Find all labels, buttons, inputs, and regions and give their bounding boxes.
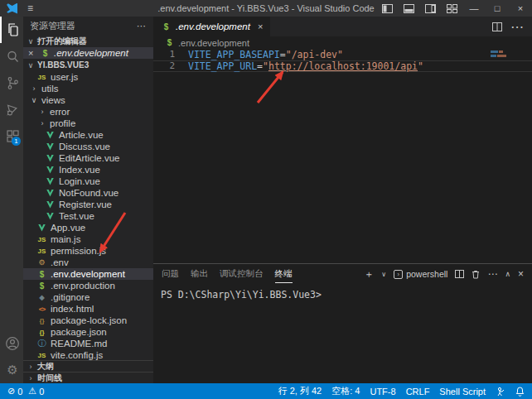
tree-item[interactable]: › profile	[23, 118, 153, 129]
editor-group: $ .env.development × ⋯ $ .env.developmen…	[153, 17, 532, 383]
minimize-button[interactable]: —	[462, 0, 486, 17]
tree-item[interactable]: Discuss.vue	[23, 141, 153, 152]
tree-item[interactable]: › error	[23, 106, 153, 118]
status-item[interactable]: CRLF	[406, 387, 430, 397]
outline-section-header[interactable]: › 大纲	[23, 360, 153, 372]
js-file-icon: JS	[36, 248, 47, 255]
notifications-bell-icon[interactable]	[515, 387, 525, 397]
split-editor-icon[interactable]	[492, 22, 502, 31]
status-item[interactable]: 行 2, 列 42	[278, 385, 322, 397]
toggle-primary-sidebar-button[interactable]	[376, 0, 398, 17]
tree-item[interactable]: Test.vue	[23, 210, 153, 222]
close-tab-icon[interactable]: ×	[258, 22, 263, 31]
close-panel-icon[interactable]: ×	[518, 268, 524, 280]
tree-item[interactable]: ◆ .gitignore	[23, 291, 153, 303]
file-name: utils	[41, 84, 58, 94]
tree-item[interactable]: {} package-lock.json	[23, 315, 153, 326]
shell-file-icon: $	[161, 22, 172, 31]
panel-tab[interactable]: 终端	[275, 265, 293, 283]
account-icon[interactable]	[0, 330, 23, 357]
file-name: README.md	[51, 339, 107, 349]
settings-gear-icon[interactable]: ⚙	[0, 357, 23, 383]
tree-item[interactable]: $ .env.production	[23, 280, 153, 291]
status-item[interactable]: 空格: 4	[331, 385, 360, 397]
toggle-panel-button[interactable]	[398, 0, 419, 17]
status-item[interactable]: Shell Script	[439, 387, 486, 397]
shell-name: powershell	[406, 269, 447, 279]
vue-file-icon	[46, 190, 54, 197]
editor-code-area[interactable]: 1 VITE_APP_BASEAPI="/api-dev" 2 VITE_APP…	[153, 49, 532, 263]
sidebar-bottom-sections: › 大纲 › 时间线	[23, 360, 153, 383]
close-button[interactable]: ×	[509, 0, 532, 17]
search-icon[interactable]	[0, 43, 23, 70]
status-item[interactable]: UTF-8	[370, 387, 395, 397]
breadcrumb[interactable]: $ .env.development	[153, 36, 532, 49]
tree-item[interactable]: ⓘ README.md	[23, 338, 153, 349]
toggle-secondary-sidebar-button[interactable]	[419, 0, 441, 17]
tree-item[interactable]: $ .env.development	[23, 268, 153, 280]
explorer-more-actions-icon[interactable]: ⋯	[137, 21, 147, 31]
tree-item[interactable]: {} package.json	[23, 326, 153, 338]
kill-terminal-icon[interactable]	[472, 270, 480, 279]
maximize-panel-icon[interactable]: ∧	[505, 270, 510, 278]
shell-selector[interactable]: › powershell	[394, 269, 447, 279]
warning-count: 0	[39, 387, 44, 397]
js-file-icon: JS	[36, 352, 47, 359]
tree-item[interactable]: JS main.js	[23, 233, 153, 245]
new-terminal-dropdown-icon[interactable]: ∨	[381, 271, 386, 278]
tree-item[interactable]: JS user.js	[23, 71, 153, 83]
tab-env-development[interactable]: $ .env.development ×	[153, 17, 270, 36]
explorer-icon[interactable]	[0, 17, 23, 43]
new-terminal-icon[interactable]: ＋	[364, 267, 374, 281]
tree-item[interactable]: EditArticle.vue	[23, 152, 153, 164]
close-editor-icon[interactable]: ×	[28, 48, 36, 58]
project-section-header[interactable]: ∨ YI.BBS.VUE3	[23, 59, 153, 71]
title-bar: ≡ .env.development - Yi.BBS.Vue3 - Visua…	[0, 0, 532, 17]
extensions-icon[interactable]: 1	[0, 123, 23, 149]
feedback-icon[interactable]	[496, 387, 505, 397]
code-token: =	[280, 49, 286, 60]
open-editors-section-header[interactable]: ∨ 打开的编辑器	[23, 35, 153, 47]
file-name: Article.vue	[59, 130, 104, 140]
tree-item[interactable]: Article.vue	[23, 129, 153, 141]
tree-item[interactable]: Index.vue	[23, 164, 153, 175]
timeline-section-header[interactable]: › 时间线	[23, 372, 153, 383]
code-line[interactable]: 1 VITE_APP_BASEAPI="/api-dev"	[153, 49, 532, 60]
tree-item[interactable]: NotFound.vue	[23, 187, 153, 199]
tree-item[interactable]: <> index.html	[23, 303, 153, 315]
warning-icon: ⚠	[28, 386, 36, 397]
outline-label: 大纲	[37, 361, 54, 373]
chevron-right-icon: ›	[27, 374, 35, 382]
tree-item[interactable]: › utils	[23, 83, 153, 94]
problems-status[interactable]: ⊘ 0 ⚠ 0	[7, 386, 44, 397]
customize-layout-button[interactable]	[441, 0, 462, 17]
tree-item[interactable]: ⚙ .env	[23, 257, 153, 268]
file-name: Test.vue	[59, 211, 94, 221]
vscode-logo-icon	[6, 3, 17, 14]
tree-item[interactable]: App.vue	[23, 222, 153, 233]
tree-item[interactable]: Login.vue	[23, 175, 153, 187]
source-control-icon[interactable]	[0, 70, 23, 96]
editor-more-actions-icon[interactable]: ⋯	[510, 19, 524, 35]
twisty-icon: ›	[30, 84, 38, 93]
status-bar: ⊘ 0 ⚠ 0 行 2, 列 42空格: 4UTF-8CRLFShell Scr…	[0, 383, 532, 399]
tree-item[interactable]: ∨ views	[23, 94, 153, 106]
menu-hamburger-icon[interactable]: ≡	[27, 2, 33, 14]
editor-tab-bar: $ .env.development × ⋯	[153, 17, 532, 36]
js-file-icon: JS	[36, 236, 47, 243]
run-and-debug-icon[interactable]	[0, 96, 23, 123]
tree-item[interactable]: Register.vue	[23, 199, 153, 210]
panel-tab[interactable]: 调试控制台	[220, 265, 264, 283]
open-editor-name: .env.development	[54, 48, 128, 58]
tree-item[interactable]: JS permission.js	[23, 245, 153, 257]
terminal-content[interactable]: PS D:\CSharp\Yi\Yi.BBS.Vue3>	[153, 284, 532, 383]
tree-item[interactable]: JS vite.config.js	[23, 349, 153, 361]
code-line[interactable]: 2 VITE_APP_URL="http://localhost:19001/a…	[153, 60, 532, 72]
minimap[interactable]	[491, 50, 512, 59]
panel-more-actions-icon[interactable]: ⋯	[487, 268, 497, 280]
split-terminal-icon[interactable]	[455, 270, 464, 278]
open-editor-item[interactable]: × $ .env.development	[23, 47, 153, 59]
panel-tab[interactable]: 问题	[162, 265, 179, 283]
panel-tab[interactable]: 输出	[191, 265, 208, 283]
maximize-button[interactable]: □	[486, 0, 509, 17]
